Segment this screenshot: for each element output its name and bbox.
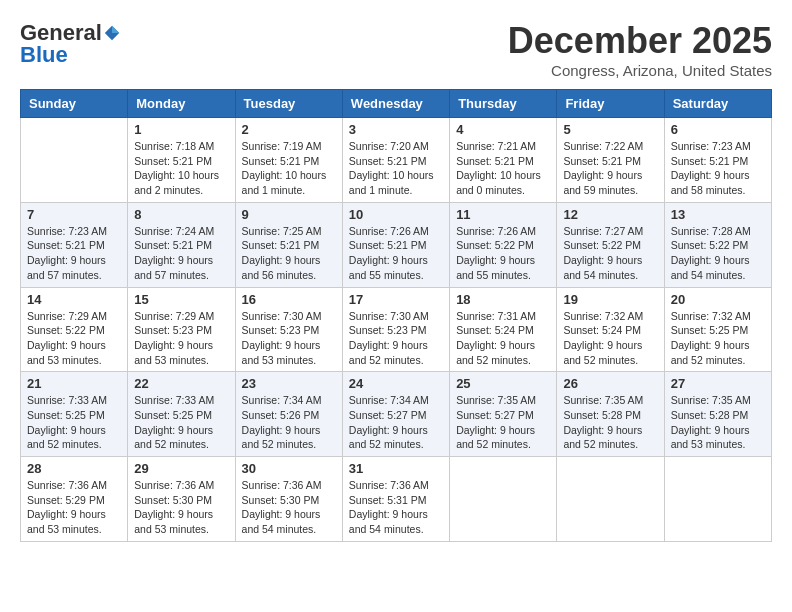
day-number: 24 (349, 376, 443, 391)
day-number: 12 (563, 207, 657, 222)
weekday-header-tuesday: Tuesday (235, 90, 342, 118)
day-info: Sunrise: 7:36 AMSunset: 5:30 PMDaylight:… (242, 478, 336, 537)
day-info: Sunrise: 7:33 AMSunset: 5:25 PMDaylight:… (134, 393, 228, 452)
calendar-cell: 21Sunrise: 7:33 AMSunset: 5:25 PMDayligh… (21, 372, 128, 457)
month-title: December 2025 (508, 20, 772, 62)
day-number: 28 (27, 461, 121, 476)
calendar-cell: 3Sunrise: 7:20 AMSunset: 5:21 PMDaylight… (342, 118, 449, 203)
day-number: 25 (456, 376, 550, 391)
day-info: Sunrise: 7:36 AMSunset: 5:29 PMDaylight:… (27, 478, 121, 537)
calendar-cell: 23Sunrise: 7:34 AMSunset: 5:26 PMDayligh… (235, 372, 342, 457)
calendar-cell: 17Sunrise: 7:30 AMSunset: 5:23 PMDayligh… (342, 287, 449, 372)
calendar-cell: 12Sunrise: 7:27 AMSunset: 5:22 PMDayligh… (557, 202, 664, 287)
day-info: Sunrise: 7:32 AMSunset: 5:24 PMDaylight:… (563, 309, 657, 368)
day-number: 17 (349, 292, 443, 307)
calendar-cell: 27Sunrise: 7:35 AMSunset: 5:28 PMDayligh… (664, 372, 771, 457)
day-number: 21 (27, 376, 121, 391)
day-info: Sunrise: 7:34 AMSunset: 5:26 PMDaylight:… (242, 393, 336, 452)
day-number: 23 (242, 376, 336, 391)
day-info: Sunrise: 7:23 AMSunset: 5:21 PMDaylight:… (671, 139, 765, 198)
day-number: 31 (349, 461, 443, 476)
calendar-week-row: 1Sunrise: 7:18 AMSunset: 5:21 PMDaylight… (21, 118, 772, 203)
calendar-cell: 5Sunrise: 7:22 AMSunset: 5:21 PMDaylight… (557, 118, 664, 203)
day-number: 29 (134, 461, 228, 476)
day-info: Sunrise: 7:30 AMSunset: 5:23 PMDaylight:… (242, 309, 336, 368)
calendar-cell: 1Sunrise: 7:18 AMSunset: 5:21 PMDaylight… (128, 118, 235, 203)
weekday-header-sunday: Sunday (21, 90, 128, 118)
calendar-week-row: 28Sunrise: 7:36 AMSunset: 5:29 PMDayligh… (21, 457, 772, 542)
calendar-cell: 22Sunrise: 7:33 AMSunset: 5:25 PMDayligh… (128, 372, 235, 457)
calendar-cell: 7Sunrise: 7:23 AMSunset: 5:21 PMDaylight… (21, 202, 128, 287)
calendar-week-row: 14Sunrise: 7:29 AMSunset: 5:22 PMDayligh… (21, 287, 772, 372)
day-number: 4 (456, 122, 550, 137)
day-info: Sunrise: 7:26 AMSunset: 5:21 PMDaylight:… (349, 224, 443, 283)
header: General Blue December 2025 Congress, Ari… (20, 20, 772, 79)
calendar-cell: 25Sunrise: 7:35 AMSunset: 5:27 PMDayligh… (450, 372, 557, 457)
calendar-cell: 24Sunrise: 7:34 AMSunset: 5:27 PMDayligh… (342, 372, 449, 457)
day-number: 5 (563, 122, 657, 137)
day-info: Sunrise: 7:24 AMSunset: 5:21 PMDaylight:… (134, 224, 228, 283)
calendar-cell: 8Sunrise: 7:24 AMSunset: 5:21 PMDaylight… (128, 202, 235, 287)
day-number: 1 (134, 122, 228, 137)
day-number: 10 (349, 207, 443, 222)
calendar-cell: 16Sunrise: 7:30 AMSunset: 5:23 PMDayligh… (235, 287, 342, 372)
day-info: Sunrise: 7:28 AMSunset: 5:22 PMDaylight:… (671, 224, 765, 283)
weekday-header-thursday: Thursday (450, 90, 557, 118)
day-number: 9 (242, 207, 336, 222)
day-info: Sunrise: 7:36 AMSunset: 5:30 PMDaylight:… (134, 478, 228, 537)
day-info: Sunrise: 7:22 AMSunset: 5:21 PMDaylight:… (563, 139, 657, 198)
calendar-cell: 14Sunrise: 7:29 AMSunset: 5:22 PMDayligh… (21, 287, 128, 372)
day-info: Sunrise: 7:21 AMSunset: 5:21 PMDaylight:… (456, 139, 550, 198)
day-info: Sunrise: 7:32 AMSunset: 5:25 PMDaylight:… (671, 309, 765, 368)
calendar-cell (21, 118, 128, 203)
weekday-header-wednesday: Wednesday (342, 90, 449, 118)
weekday-header-row: SundayMondayTuesdayWednesdayThursdayFrid… (21, 90, 772, 118)
day-number: 16 (242, 292, 336, 307)
day-number: 27 (671, 376, 765, 391)
day-info: Sunrise: 7:35 AMSunset: 5:27 PMDaylight:… (456, 393, 550, 452)
day-info: Sunrise: 7:36 AMSunset: 5:31 PMDaylight:… (349, 478, 443, 537)
day-info: Sunrise: 7:31 AMSunset: 5:24 PMDaylight:… (456, 309, 550, 368)
day-info: Sunrise: 7:25 AMSunset: 5:21 PMDaylight:… (242, 224, 336, 283)
calendar-cell (664, 457, 771, 542)
day-info: Sunrise: 7:29 AMSunset: 5:22 PMDaylight:… (27, 309, 121, 368)
day-info: Sunrise: 7:23 AMSunset: 5:21 PMDaylight:… (27, 224, 121, 283)
logo-icon (103, 24, 121, 42)
location: Congress, Arizona, United States (508, 62, 772, 79)
day-number: 18 (456, 292, 550, 307)
calendar-cell: 6Sunrise: 7:23 AMSunset: 5:21 PMDaylight… (664, 118, 771, 203)
day-number: 22 (134, 376, 228, 391)
calendar-cell: 18Sunrise: 7:31 AMSunset: 5:24 PMDayligh… (450, 287, 557, 372)
day-info: Sunrise: 7:35 AMSunset: 5:28 PMDaylight:… (671, 393, 765, 452)
day-info: Sunrise: 7:33 AMSunset: 5:25 PMDaylight:… (27, 393, 121, 452)
calendar-cell: 20Sunrise: 7:32 AMSunset: 5:25 PMDayligh… (664, 287, 771, 372)
svg-marker-1 (112, 26, 119, 33)
calendar: SundayMondayTuesdayWednesdayThursdayFrid… (20, 89, 772, 542)
calendar-week-row: 7Sunrise: 7:23 AMSunset: 5:21 PMDaylight… (21, 202, 772, 287)
weekday-header-saturday: Saturday (664, 90, 771, 118)
calendar-cell: 28Sunrise: 7:36 AMSunset: 5:29 PMDayligh… (21, 457, 128, 542)
day-number: 11 (456, 207, 550, 222)
day-info: Sunrise: 7:20 AMSunset: 5:21 PMDaylight:… (349, 139, 443, 198)
day-info: Sunrise: 7:26 AMSunset: 5:22 PMDaylight:… (456, 224, 550, 283)
day-number: 3 (349, 122, 443, 137)
calendar-cell: 26Sunrise: 7:35 AMSunset: 5:28 PMDayligh… (557, 372, 664, 457)
day-number: 20 (671, 292, 765, 307)
calendar-cell (450, 457, 557, 542)
logo-blue-text: Blue (20, 42, 68, 68)
day-info: Sunrise: 7:27 AMSunset: 5:22 PMDaylight:… (563, 224, 657, 283)
calendar-cell: 31Sunrise: 7:36 AMSunset: 5:31 PMDayligh… (342, 457, 449, 542)
title-area: December 2025 Congress, Arizona, United … (508, 20, 772, 79)
day-number: 14 (27, 292, 121, 307)
calendar-cell: 2Sunrise: 7:19 AMSunset: 5:21 PMDaylight… (235, 118, 342, 203)
calendar-cell: 10Sunrise: 7:26 AMSunset: 5:21 PMDayligh… (342, 202, 449, 287)
calendar-cell: 11Sunrise: 7:26 AMSunset: 5:22 PMDayligh… (450, 202, 557, 287)
day-number: 2 (242, 122, 336, 137)
day-number: 30 (242, 461, 336, 476)
day-info: Sunrise: 7:18 AMSunset: 5:21 PMDaylight:… (134, 139, 228, 198)
day-number: 13 (671, 207, 765, 222)
day-info: Sunrise: 7:34 AMSunset: 5:27 PMDaylight:… (349, 393, 443, 452)
day-number: 19 (563, 292, 657, 307)
day-info: Sunrise: 7:29 AMSunset: 5:23 PMDaylight:… (134, 309, 228, 368)
calendar-cell: 19Sunrise: 7:32 AMSunset: 5:24 PMDayligh… (557, 287, 664, 372)
